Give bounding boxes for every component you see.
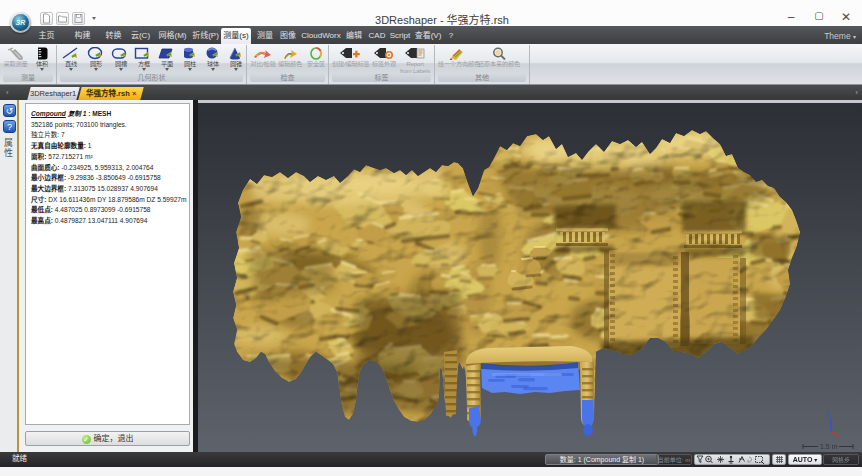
svg-text:1.5 m: 1.5 m [820, 443, 838, 450]
svg-text:z: z [827, 411, 831, 418]
